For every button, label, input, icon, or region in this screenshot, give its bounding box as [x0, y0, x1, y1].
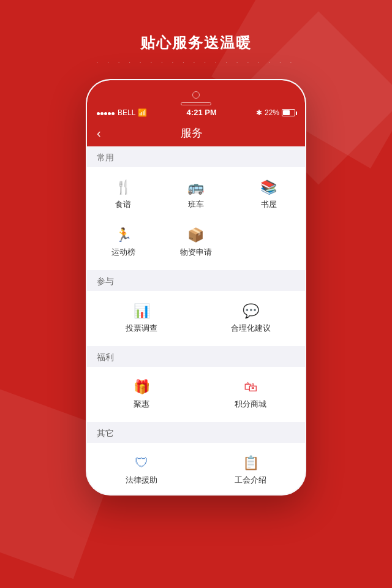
- menu-label-0-2: 书屋: [261, 199, 277, 210]
- wifi-icon: 📶: [138, 108, 147, 117]
- menu-icon-3-1: 📋: [243, 455, 259, 471]
- menu-icon-2-0: 🎁: [134, 379, 150, 395]
- menu-item-0-2[interactable]: 📚书屋: [232, 171, 305, 219]
- menu-label-2-0: 聚惠: [134, 399, 149, 410]
- menu-icon-0-3: 🏃: [115, 227, 132, 243]
- menu-label-0-4: 物资申请: [180, 247, 212, 258]
- menu-icon-1-0: 📊: [134, 303, 150, 319]
- section-header-1: 参与: [87, 270, 305, 291]
- menu-item-3-0[interactable]: 🛡法律援助: [87, 447, 196, 494]
- section-header-2: 福利: [87, 346, 305, 367]
- menu-item-3-1[interactable]: 📋工会介绍: [196, 447, 305, 494]
- menu-label-0-1: 班车: [188, 199, 204, 210]
- status-left: BELL 📶: [97, 108, 147, 117]
- menu-item-2-1[interactable]: 🛍积分商城: [196, 371, 305, 418]
- menu-label-1-0: 投票调查: [126, 323, 157, 334]
- menu-icon-2-1: 🛍: [244, 379, 257, 395]
- menu-label-2-1: 积分商城: [235, 399, 266, 410]
- back-button[interactable]: ‹: [97, 126, 101, 140]
- menu-label-3-0: 法律援助: [126, 475, 157, 486]
- menu-label-0-0: 食谱: [115, 199, 131, 210]
- time-display: 4:21 PM: [187, 108, 217, 117]
- menu-item-2-0[interactable]: 🎁聚惠: [87, 371, 196, 418]
- menu-item-0-0[interactable]: 🍴食谱: [87, 171, 160, 219]
- status-bar: BELL 📶 4:21 PM ✱ 22%: [87, 105, 305, 119]
- bluetooth-icon: ✱: [256, 108, 262, 117]
- menu-item-1-0[interactable]: 📊投票调查: [87, 295, 196, 342]
- menu-icon-1-1: 💬: [243, 303, 259, 319]
- menu-item-0-1[interactable]: 🚌班车: [160, 171, 233, 219]
- page-title: 贴心服务送温暖: [97, 33, 296, 53]
- menu-icon-0-4: 📦: [187, 227, 204, 243]
- battery-fill: [283, 110, 290, 115]
- header-dots: · · · · · · · · · · · · · · · · · · ·: [97, 59, 296, 66]
- content-area: 常用🍴食谱🚌班车📚书屋🏃运动榜📦物资申请参与📊投票调查💬合理化建议福利🎁聚惠🛍积…: [87, 146, 305, 494]
- phone-frame: BELL 📶 4:21 PM ✱ 22% ‹ 服务 常: [86, 79, 306, 496]
- nav-bar: ‹ 服务: [87, 119, 305, 146]
- menu-item-0-4[interactable]: 📦物资申请: [160, 219, 233, 266]
- section-grid-2: 🎁聚惠🛍积分商城: [87, 367, 305, 422]
- section-header-3: 其它: [87, 422, 305, 443]
- section-grid-1: 📊投票调查💬合理化建议: [87, 291, 305, 346]
- status-right: ✱ 22%: [256, 108, 295, 117]
- menu-icon-3-0: 🛡: [135, 455, 148, 471]
- section-header-0: 常用: [87, 146, 305, 167]
- menu-label-1-1: 合理化建议: [231, 323, 271, 334]
- phone-inner: BELL 📶 4:21 PM ✱ 22% ‹ 服务 常: [87, 80, 305, 494]
- nav-title: 服务: [108, 126, 276, 140]
- battery-percent: 22%: [265, 108, 279, 117]
- battery-icon: [282, 109, 295, 116]
- section-grid-3: 🛡法律援助📋工会介绍: [87, 443, 305, 494]
- phone-top: [87, 85, 305, 105]
- menu-item-0-3[interactable]: 🏃运动榜: [87, 219, 160, 266]
- phone-camera: [192, 91, 200, 99]
- menu-icon-0-0: 🍴: [115, 179, 132, 195]
- menu-icon-0-2: 📚: [260, 179, 277, 195]
- menu-label-0-3: 运动榜: [111, 247, 135, 258]
- phone-speaker: [181, 102, 211, 105]
- header-section: 贴心服务送温暖 · · · · · · · · · · · · · · · · …: [97, 33, 296, 66]
- signal-dots: [97, 108, 115, 117]
- section-grid-0: 🍴食谱🚌班车📚书屋🏃运动榜📦物资申请: [87, 167, 305, 270]
- menu-label-3-1: 工会介绍: [235, 475, 266, 486]
- menu-item-1-1[interactable]: 💬合理化建议: [196, 295, 305, 342]
- carrier-name: BELL: [118, 108, 135, 117]
- menu-icon-0-1: 🚌: [187, 179, 204, 195]
- phone-top-bar: BELL 📶 4:21 PM ✱ 22% ‹ 服务: [87, 80, 305, 146]
